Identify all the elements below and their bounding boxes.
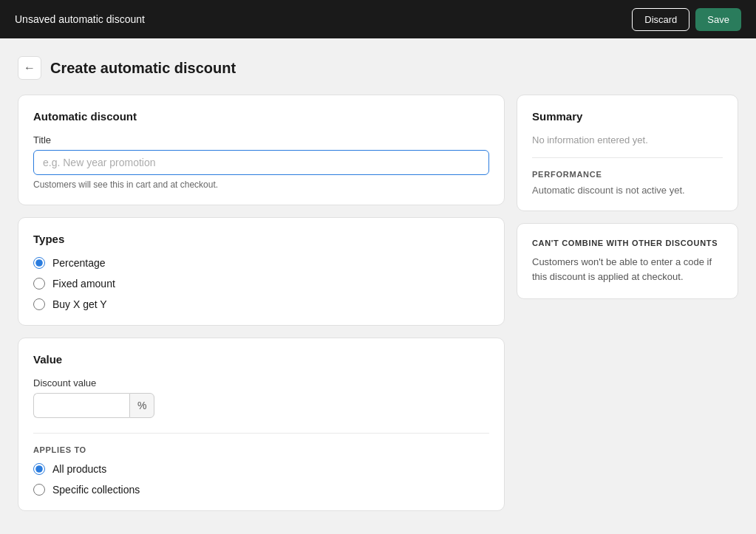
- topbar-actions: Discard Save: [632, 8, 741, 31]
- radio-specific-collections-label: Specific collections: [52, 484, 140, 496]
- radio-all-products[interactable]: All products: [33, 463, 489, 475]
- page-title: Create automatic discount: [50, 60, 236, 77]
- summary-no-info: No information entered yet.: [532, 134, 723, 146]
- discount-value-input[interactable]: [33, 393, 129, 418]
- title-input[interactable]: [33, 150, 489, 175]
- radio-percentage-label: Percentage: [52, 257, 106, 269]
- automatic-discount-card: Automatic discount Title Customers will …: [18, 95, 505, 205]
- page: ← Create automatic discount Automatic di…: [0, 38, 756, 529]
- back-button[interactable]: ←: [18, 56, 41, 80]
- save-button[interactable]: Save: [695, 8, 741, 31]
- radio-specific-collections[interactable]: Specific collections: [33, 484, 489, 496]
- radio-all-products-label: All products: [52, 463, 106, 475]
- back-icon: ←: [24, 61, 35, 75]
- radio-buy-x-get-y-label: Buy X get Y: [52, 298, 107, 310]
- performance-label: PERFORMANCE: [532, 170, 723, 179]
- applies-to-label: APPLIES TO: [33, 445, 489, 454]
- summary-title: Summary: [532, 110, 723, 123]
- page-header: ← Create automatic discount: [18, 56, 738, 80]
- combine-card: CAN'T COMBINE WITH OTHER DISCOUNTS Custo…: [517, 223, 738, 299]
- side-column: Summary No information entered yet. PERF…: [517, 95, 738, 511]
- radio-percentage[interactable]: Percentage: [33, 257, 489, 269]
- main-column: Automatic discount Title Customers will …: [18, 95, 505, 511]
- radio-buy-x-get-y-input[interactable]: [33, 298, 45, 310]
- discount-value-suffix: %: [129, 393, 154, 418]
- radio-fixed-amount-label: Fixed amount: [52, 278, 115, 290]
- radio-buy-x-get-y[interactable]: Buy X get Y: [33, 298, 489, 310]
- combine-card-title: CAN'T COMBINE WITH OTHER DISCOUNTS: [532, 239, 723, 247]
- topbar-title: Unsaved automatic discount: [15, 13, 145, 25]
- performance-text: Automatic discount is not active yet.: [532, 185, 723, 196]
- radio-all-products-input[interactable]: [33, 463, 45, 475]
- radio-percentage-input[interactable]: [33, 257, 45, 269]
- topbar: Unsaved automatic discount Discard Save: [0, 0, 756, 38]
- types-radio-group: Percentage Fixed amount Buy X get Y: [33, 257, 489, 310]
- value-card: Value Discount value % APPLIES TO All pr…: [18, 338, 505, 511]
- applies-to-radio-group: All products Specific collections: [33, 463, 489, 496]
- types-card: Types Percentage Fixed amount Buy X get …: [18, 217, 505, 326]
- title-hint: Customers will see this in cart and at c…: [33, 179, 489, 190]
- value-title: Value: [33, 353, 489, 366]
- layout: Automatic discount Title Customers will …: [18, 95, 738, 511]
- combine-text: Customers won't be able to enter a code …: [532, 255, 723, 284]
- discard-button[interactable]: Discard: [632, 8, 689, 31]
- discount-value-row: %: [33, 393, 489, 418]
- types-title: Types: [33, 233, 489, 245]
- title-label: Title: [33, 134, 489, 146]
- radio-fixed-amount[interactable]: Fixed amount: [33, 278, 489, 290]
- summary-divider: [532, 157, 723, 158]
- radio-specific-collections-input[interactable]: [33, 484, 45, 496]
- section-divider: [33, 433, 489, 434]
- automatic-discount-title: Automatic discount: [33, 110, 489, 123]
- discount-value-label: Discount value: [33, 377, 489, 388]
- summary-card: Summary No information entered yet. PERF…: [517, 95, 738, 211]
- radio-fixed-amount-input[interactable]: [33, 278, 45, 290]
